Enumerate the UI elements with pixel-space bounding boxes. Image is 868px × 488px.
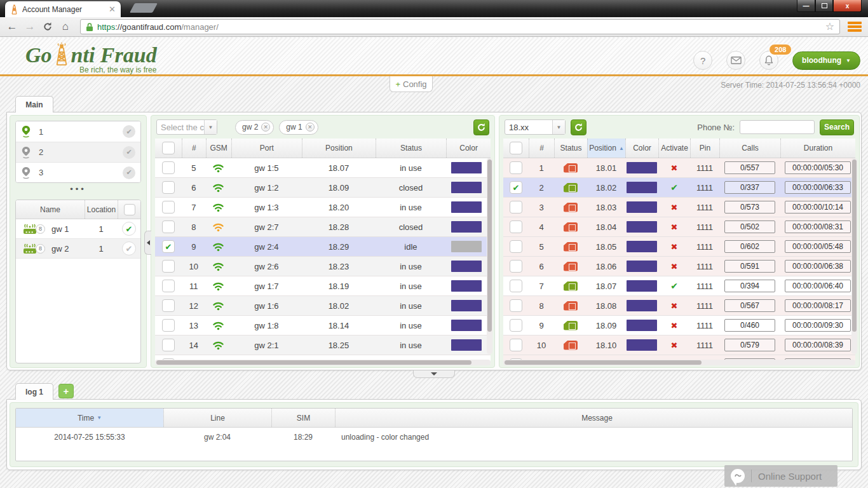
sim-row[interactable]: ✔ 8 18.08 ✖ 1111 0/567 00:00:00/08:17 — [503, 296, 855, 316]
sim-row[interactable]: ✔ 2 18.02 ✔ 1111 0/337 00:00:00/06:33 — [503, 178, 855, 198]
activate-mark-icon[interactable]: ✖ — [671, 321, 678, 330]
port-row[interactable]: ✔ 6 gw 1:2 18.09 closed — [155, 178, 491, 198]
help-button[interactable]: ? — [693, 51, 712, 70]
col-header-sim[interactable]: SIM — [271, 409, 335, 427]
row-checkbox[interactable]: ✔ — [162, 240, 175, 253]
notifications-button[interactable]: 208 — [759, 51, 778, 70]
calls-value-box[interactable]: 0/557 — [724, 161, 775, 174]
messages-button[interactable] — [726, 51, 745, 70]
gateway-row[interactable]: 8 gw 2 1 ✔ — [16, 239, 140, 259]
ports-refresh-button[interactable] — [473, 119, 489, 135]
home-button[interactable]: ⌂ — [57, 19, 74, 34]
activate-mark-icon[interactable]: ✖ — [671, 203, 678, 212]
log-row[interactable]: 2014-07-25 15:55:33 gw 2:04 18:29 unload… — [16, 428, 852, 447]
activate-mark-icon[interactable]: ✖ — [671, 163, 678, 173]
select-all-checkbox[interactable]: ✔ — [124, 204, 135, 215]
forward-button[interactable]: → — [22, 19, 38, 34]
col-header-num[interactable]: # — [182, 139, 206, 158]
duration-value-box[interactable]: 00:00:00/06:38 — [785, 260, 851, 273]
location-check-icon[interactable]: ✔ — [123, 166, 135, 179]
select-all-checkbox[interactable]: ✔ — [510, 142, 522, 154]
ports-vertical-scrollbar[interactable] — [487, 158, 492, 354]
port-row[interactable]: ✔ 5 gw 1:5 18.07 in use — [155, 158, 491, 178]
sims-horizontal-scrollbar[interactable] — [503, 360, 855, 365]
col-header-position[interactable]: Position — [302, 139, 376, 158]
search-button[interactable]: Search — [820, 119, 854, 135]
calls-value-box[interactable]: 0/394 — [724, 280, 775, 292]
row-checkbox[interactable]: ✔ — [162, 319, 175, 332]
duration-value-box[interactable]: 00:00:00/06:40 — [785, 280, 851, 292]
col-header-color[interactable]: Color — [446, 139, 491, 158]
col-header-activate[interactable]: Activate — [658, 139, 690, 158]
row-checkbox[interactable]: ✔ — [510, 240, 522, 253]
row-checkbox[interactable]: ✔ — [162, 280, 175, 292]
collapse-left-panel-handle[interactable] — [144, 231, 151, 255]
port-row[interactable]: ✔ 11 gw 1:7 18.19 in use — [155, 276, 491, 296]
tab-close-icon[interactable]: ✕ — [109, 5, 116, 13]
duration-value-box[interactable]: 00:00:00/08:39 — [785, 339, 851, 351]
back-button[interactable]: ← — [4, 19, 20, 34]
sim-row[interactable]: ✔ 5 18.05 ✖ 1111 0/602 00:00:00/05:48 — [503, 237, 855, 257]
col-header-name[interactable]: Name — [16, 200, 85, 219]
col-header-message[interactable]: Message — [335, 409, 852, 427]
col-header-gsm[interactable]: GSM — [206, 139, 231, 158]
row-checkbox[interactable]: ✔ — [162, 201, 175, 214]
sim-row[interactable]: ✔ 10 18.10 ✖ 1111 0/579 00:00:00/08:39 — [503, 336, 855, 355]
row-checkbox[interactable]: ✔ — [510, 260, 522, 273]
activate-mark-icon[interactable]: ✖ — [671, 262, 678, 271]
port-row[interactable]: ✔ 14 gw 2:1 18.25 in use — [155, 336, 491, 355]
activate-mark-icon[interactable]: ✖ — [671, 222, 678, 232]
select-arrow-icon[interactable]: ▼ — [204, 120, 217, 134]
tag-remove-icon[interactable]: ✕ — [261, 123, 270, 132]
duration-value-box[interactable]: 00:00:00/08:17 — [785, 299, 851, 312]
address-bar[interactable]: https://goantifraud.com/manager/ ☆ — [80, 19, 840, 34]
col-header-pin[interactable]: Pin — [690, 139, 719, 158]
country-select[interactable]: Select the co ▼ — [156, 119, 217, 135]
row-checkbox[interactable]: ✔ — [162, 339, 175, 351]
row-checkbox[interactable]: ✔ — [162, 299, 175, 312]
location-check-icon[interactable]: ✔ — [123, 125, 135, 138]
col-header-time-sorted[interactable]: Time ▼ — [16, 409, 163, 427]
col-header-position-sorted[interactable]: Position ▲ — [587, 139, 625, 158]
activate-mark-icon[interactable]: ✖ — [671, 341, 678, 350]
sim-row[interactable]: ✔ 3 18.03 ✖ 1111 0/573 00:00:00/10:14 — [503, 198, 855, 217]
row-checkbox[interactable]: ✔ — [510, 339, 522, 351]
select-all-checkbox[interactable]: ✔ — [162, 142, 175, 154]
select-arrow-icon[interactable]: ▼ — [552, 120, 565, 134]
col-header-num[interactable]: # — [529, 139, 554, 158]
col-header-duration[interactable]: Duration — [780, 139, 855, 158]
user-menu-button[interactable]: bloodhung ▼ — [792, 51, 860, 70]
calls-value-box[interactable]: 0/460 — [724, 319, 775, 332]
sims-refresh-button[interactable] — [571, 119, 587, 135]
filter-tag-gw1[interactable]: gw 1 ✕ — [279, 120, 318, 135]
row-check-icon[interactable]: ✔ — [122, 222, 136, 236]
row-checkbox[interactable]: ✔ — [162, 220, 175, 233]
port-row[interactable]: ✔ 8 gw 2:7 18.28 closed — [155, 217, 491, 237]
row-checkbox[interactable]: ✔ — [162, 161, 175, 174]
row-checkbox[interactable]: ✔ — [510, 299, 522, 312]
row-checkbox[interactable]: ✔ — [162, 260, 175, 273]
ports-horizontal-scrollbar[interactable] — [155, 360, 491, 365]
col-header-calls[interactable]: Calls — [719, 139, 780, 158]
browser-menu-icon[interactable] — [845, 19, 864, 34]
online-support-button[interactable]: Online Support — [724, 465, 837, 487]
add-log-tab-button[interactable]: + — [58, 384, 74, 398]
port-row[interactable]: ✔ 9 gw 2:4 18.29 idle — [155, 237, 491, 257]
duration-value-box[interactable]: 00:00:00/08:31 — [785, 220, 851, 233]
locations-more-button[interactable]: ••• — [10, 184, 146, 194]
col-header-status[interactable]: Status — [376, 139, 447, 158]
activate-mark-icon[interactable]: ✖ — [671, 242, 678, 252]
col-header-location[interactable]: Location — [85, 200, 118, 219]
location-row[interactable]: 3 ✔ — [16, 162, 140, 182]
new-tab-button[interactable] — [130, 3, 158, 13]
tab-log1[interactable]: log 1 — [15, 383, 53, 400]
tab-main[interactable]: Main — [15, 96, 53, 112]
duration-value-box[interactable]: 00:00:00/10:14 — [785, 201, 851, 214]
sim-row[interactable]: ✔ 4 18.04 ✖ 1111 0/502 00:00:00/08:31 — [503, 217, 855, 237]
row-check-icon[interactable]: ✔ — [122, 241, 136, 255]
duration-value-box[interactable]: 00:00:00/09:30 — [785, 319, 851, 332]
port-row[interactable]: ✔ 10 gw 2:6 18.23 in use — [155, 257, 491, 276]
col-header-status[interactable]: Status — [554, 139, 587, 158]
location-check-icon[interactable]: ✔ — [123, 146, 135, 159]
duration-value-box[interactable]: 00:00:00/05:48 — [785, 240, 851, 253]
